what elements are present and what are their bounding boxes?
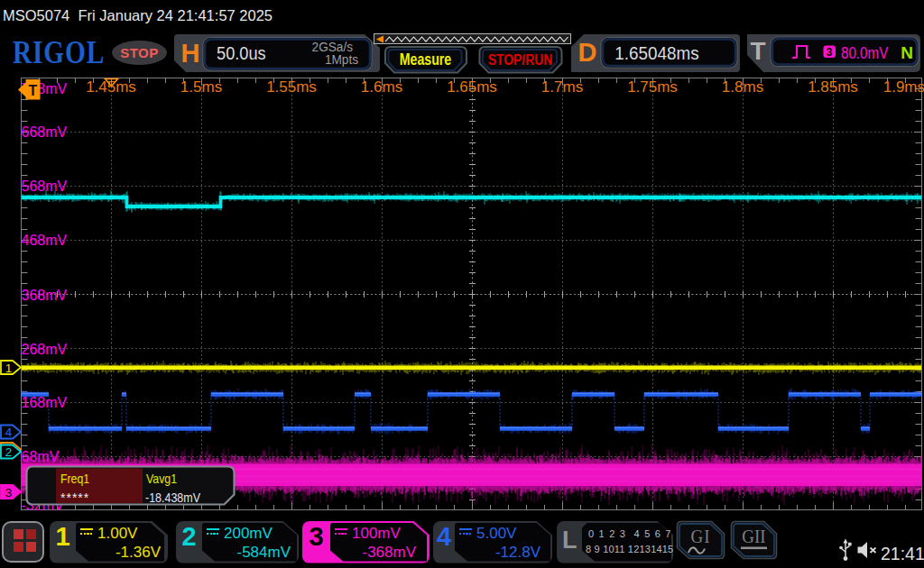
svg-text:GI: GI	[691, 527, 711, 547]
svg-text:Freq1: Freq1	[60, 472, 89, 486]
svg-text:GII: GII	[742, 527, 765, 547]
svg-text:*****: *****	[60, 490, 89, 505]
svg-text:Vavg1: Vavg1	[146, 472, 177, 486]
svg-text:-18.438mV: -18.438mV	[145, 490, 200, 505]
